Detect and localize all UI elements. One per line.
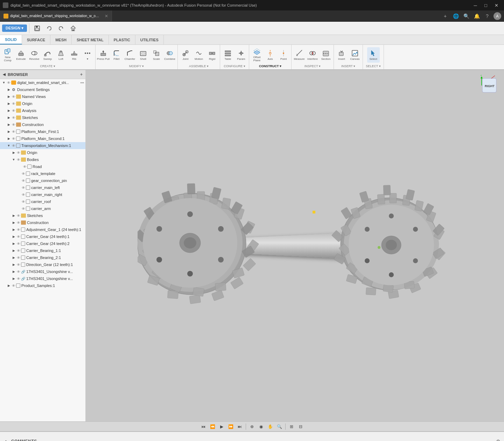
road-eye[interactable]: 👁 bbox=[22, 164, 27, 169]
platform-second-eye[interactable]: 👁 bbox=[11, 136, 16, 141]
tree-item-product-samples[interactable]: ▶ 👁 Product_Samples:1 bbox=[0, 282, 85, 289]
platform-second-expand[interactable]: ▶ bbox=[6, 136, 11, 141]
17hs-2-expand[interactable]: ▶ bbox=[11, 276, 16, 281]
tree-item-origin[interactable]: ▶ 👁 Origin bbox=[0, 100, 85, 107]
analysis-eye[interactable]: 👁 bbox=[11, 108, 16, 113]
tree-item-adj-gear[interactable]: ▶ 👁 Adjustment_Gear_1 (24 teeth):1 bbox=[0, 226, 85, 233]
carrier-bearing-2-eye[interactable]: 👁 bbox=[16, 255, 21, 260]
point-tool[interactable]: Point bbox=[277, 47, 290, 63]
save-button[interactable] bbox=[31, 23, 43, 34]
17hs-2-eye[interactable]: 👁 bbox=[16, 276, 21, 281]
tab-utilities[interactable]: UTILITIES bbox=[135, 35, 164, 44]
doc-settings-expand[interactable]: ▶ bbox=[6, 87, 11, 92]
direction-gear-expand[interactable]: ▶ bbox=[11, 262, 16, 267]
new-tab-button[interactable]: + bbox=[441, 12, 449, 20]
transport-eye[interactable]: 👁 bbox=[11, 143, 16, 148]
tree-item-bodies[interactable]: ▼ 👁 Bodies bbox=[0, 156, 85, 163]
tree-item-carrier-arm[interactable]: 👁 carrier_arm bbox=[0, 205, 85, 212]
carrier-arm-eye[interactable]: 👁 bbox=[21, 206, 26, 211]
carrier-gear-1-expand[interactable]: ▶ bbox=[11, 234, 16, 239]
nav-next-button[interactable]: ⏩ bbox=[227, 423, 234, 430]
construction-top-expand[interactable]: ▶ bbox=[6, 122, 11, 127]
tree-item-doc-settings[interactable]: ▶ ⚙ Document Settings bbox=[0, 86, 85, 93]
root-visibility-icon[interactable]: 👁 bbox=[6, 80, 11, 85]
nav-prev-button[interactable]: ⏪ bbox=[209, 423, 216, 430]
design-button[interactable]: DESIGN ▾ bbox=[2, 24, 27, 32]
comments-settings-icon[interactable]: ⚙ bbox=[496, 439, 500, 441]
tree-item-carrier-roof[interactable]: 👁 carrier_roof bbox=[0, 198, 85, 205]
tab-sheet-metal[interactable]: SHEET METAL bbox=[72, 35, 109, 44]
sketches-top-eye[interactable]: 👁 bbox=[11, 115, 16, 120]
notifications-icon[interactable]: 🔔 bbox=[472, 12, 481, 20]
tree-item-origin-sub[interactable]: ▶ 👁 Origin bbox=[0, 149, 85, 156]
bodies-expand[interactable]: ▼ bbox=[11, 157, 16, 162]
tree-item-carrier-right[interactable]: 👁 carrier_main_right bbox=[0, 191, 85, 198]
platform-first-expand[interactable]: ▶ bbox=[6, 129, 11, 134]
tree-item-17hs-2[interactable]: ▶ 👁 🔗 17HS3401_Usongshine v... bbox=[0, 275, 85, 282]
tree-item-road[interactable]: 👁 Road bbox=[0, 163, 85, 170]
carrier-bearing-1-eye[interactable]: 👁 bbox=[16, 248, 21, 253]
more-create-tool[interactable]: ▾ bbox=[81, 47, 94, 63]
tree-root-item[interactable]: ▼ 👁 digital_twin_enabled_smart_shi... ••… bbox=[0, 79, 85, 86]
adj-gear-eye[interactable]: 👁 bbox=[16, 227, 21, 232]
offset-plane-tool[interactable]: Offset Plane bbox=[251, 47, 263, 63]
sketches-top-expand[interactable]: ▶ bbox=[6, 115, 11, 120]
tab-close-icon[interactable]: ✕ bbox=[105, 14, 108, 19]
chamfer-tool[interactable]: Chamfer bbox=[124, 47, 136, 63]
17hs-1-expand[interactable]: ▶ bbox=[11, 269, 16, 274]
sweep-tool[interactable]: Sweep bbox=[41, 47, 54, 63]
tree-item-carrier-gear-1[interactable]: ▶ 👁 Carrier_Gear (24 teeth):1 bbox=[0, 233, 85, 240]
axis-tool[interactable]: Axis bbox=[264, 47, 276, 63]
root-options-icon[interactable]: ••• bbox=[80, 81, 84, 85]
motion-tool[interactable]: Motion bbox=[192, 47, 205, 63]
tree-item-construction-top[interactable]: ▶ 👁 Construction bbox=[0, 121, 85, 128]
sketches-sub-expand[interactable]: ▶ bbox=[11, 213, 16, 218]
transport-expand[interactable]: ▼ bbox=[6, 143, 11, 148]
platform-first-eye[interactable]: 👁 bbox=[11, 129, 16, 134]
direction-gear-eye[interactable]: 👁 bbox=[16, 262, 21, 267]
canvas-tool[interactable]: Canvas bbox=[349, 47, 361, 63]
close-button[interactable]: ✕ bbox=[491, 1, 501, 9]
browser-expand-icon[interactable]: + bbox=[80, 72, 83, 77]
carrier-bearing-1-expand[interactable]: ▶ bbox=[11, 248, 16, 253]
parameter-tool[interactable]: Table bbox=[222, 47, 234, 63]
tree-item-direction-gear[interactable]: ▶ 👁 Direction_Gear (12 teeth):1 bbox=[0, 261, 85, 268]
tab-mesh[interactable]: MESH bbox=[50, 35, 72, 44]
named-views-eye[interactable]: 👁 bbox=[11, 94, 16, 99]
new-component-tool[interactable]: New Comp bbox=[1, 47, 14, 63]
tab-plastic[interactable]: PLASTIC bbox=[109, 35, 135, 44]
comments-expand-icon[interactable]: ▲ bbox=[4, 439, 8, 441]
rack-eye[interactable]: 👁 bbox=[21, 171, 26, 176]
search-icon[interactable]: 🔍 bbox=[462, 12, 470, 20]
combine-tool[interactable]: Combine bbox=[163, 47, 176, 63]
nav-tool-4[interactable]: 🔍 bbox=[275, 423, 283, 430]
analysis-expand[interactable]: ▶ bbox=[6, 108, 11, 113]
revolve-tool[interactable]: Revolve bbox=[28, 47, 41, 63]
construction-sub-expand[interactable]: ▶ bbox=[11, 220, 16, 225]
redo-button[interactable] bbox=[55, 23, 66, 34]
press-pull-tool[interactable]: Press Pull bbox=[97, 47, 110, 63]
tree-item-analysis[interactable]: ▶ 👁 Analysis bbox=[0, 107, 85, 114]
carrier-left-eye[interactable]: 👁 bbox=[21, 185, 26, 190]
tree-item-platform-second[interactable]: ▶ 👁 Platform_Main_Second:1 bbox=[0, 135, 85, 142]
viewport[interactable]: Y x RIGHT bbox=[86, 70, 504, 421]
nav-tool-3[interactable]: ✋ bbox=[266, 423, 274, 430]
tree-item-construction-sub[interactable]: ▶ 👁 Construction bbox=[0, 219, 85, 226]
scale-tool[interactable]: Scale bbox=[150, 47, 163, 63]
home-button[interactable] bbox=[68, 23, 79, 34]
tree-item-carrier-bearing-2[interactable]: ▶ 👁 Carrier_Bearing_2:1 bbox=[0, 254, 85, 261]
viewcube[interactable]: Y x RIGHT bbox=[475, 75, 499, 99]
tree-item-gear-pin[interactable]: 👁 gear_connection_pin bbox=[0, 177, 85, 184]
select-tool[interactable]: Select bbox=[367, 47, 380, 63]
tree-item-17hs-1[interactable]: ▶ 👁 🔗 17HS3401_Usongshine v... bbox=[0, 268, 85, 275]
nav-display-btn[interactable]: ⊟ bbox=[297, 423, 304, 430]
carrier-right-eye[interactable]: 👁 bbox=[21, 192, 26, 197]
joint-tool[interactable]: Joint bbox=[179, 47, 192, 63]
nav-tool-1[interactable]: ⊕ bbox=[248, 423, 256, 430]
tab-surface[interactable]: SURFACE bbox=[22, 35, 51, 44]
root-expand-icon[interactable]: ▼ bbox=[1, 80, 6, 85]
nav-tool-2[interactable]: ◉ bbox=[257, 423, 265, 430]
product-samples-expand[interactable]: ▶ bbox=[6, 283, 11, 288]
insert-derived-tool[interactable]: Insert bbox=[335, 47, 348, 63]
nav-first-button[interactable]: ⏮ bbox=[200, 423, 207, 430]
